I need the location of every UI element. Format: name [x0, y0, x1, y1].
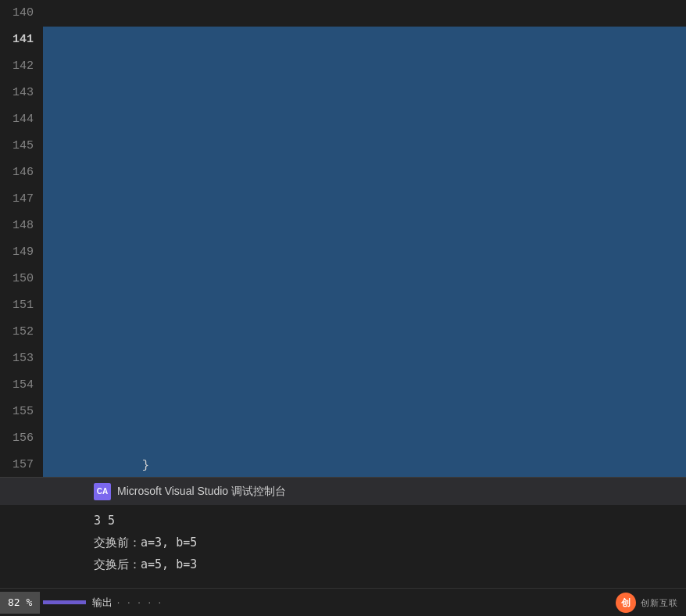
line-num-143: 143 — [0, 80, 43, 106]
watermark-logo: 创 — [616, 593, 636, 613]
watermark-text: 创新互联 — [641, 597, 678, 609]
line-num-149: 149 — [0, 239, 43, 266]
debug-output: 3 5 交换前：a=3, b=5 交换后：a=5, b=3 — [0, 505, 686, 580]
debug-console-icon: CA — [94, 483, 111, 500]
line-num-145: 145 — [0, 133, 43, 159]
status-percent-badge: 82 % — [0, 592, 40, 614]
line-num-157: 157 — [0, 452, 43, 477]
status-dots: · · · · · — [116, 598, 162, 607]
code-line-157: 157 } — [0, 452, 686, 477]
line-num-156: 156 — [0, 425, 43, 452]
line-num-146: 146 — [0, 159, 43, 186]
output-line-2: 交换前：a=3, b=5 — [94, 532, 686, 553]
line-num-148: 148 — [0, 213, 43, 239]
line-num-154: 154 — [0, 372, 43, 399]
line-num-155: 155 — [0, 399, 43, 425]
line-num-150: 150 — [0, 266, 43, 292]
debug-console-title: Microsoft Visual Studio 调试控制台 — [117, 485, 286, 499]
output-line-1: 3 5 — [94, 510, 686, 532]
line-num-142: 142 — [0, 53, 43, 80]
line-num-152: 152 — [0, 319, 43, 346]
line-num-153: 153 — [0, 346, 43, 372]
watermark: 创 创新互联 — [616, 593, 678, 613]
code-editor: 140 141 #include<stdio.h> 142 −void Swap… — [0, 0, 686, 477]
status-output-label: 输出 — [92, 596, 113, 610]
output-line-3: 交换后：a=5, b=3 — [94, 553, 686, 575]
line-num-151: 151 — [0, 292, 43, 319]
line-num-147: 147 — [0, 186, 43, 213]
line-num-144: 144 — [0, 106, 43, 133]
debug-console-header: CA Microsoft Visual Studio 调试控制台 — [0, 477, 686, 505]
code-lines: 140 141 #include<stdio.h> 142 −void Swap… — [0, 0, 686, 477]
status-progress-bar — [43, 600, 86, 604]
bottom-panel: CA Microsoft Visual Studio 调试控制台 3 5 交换前… — [0, 477, 686, 616]
status-bar: 82 % 输出 · · · · · 创 创新互联 — [0, 588, 686, 616]
code-content-157: } — [43, 425, 686, 477]
line-num-140: 140 — [0, 0, 43, 27]
line-num-141: 141 — [0, 27, 43, 53]
